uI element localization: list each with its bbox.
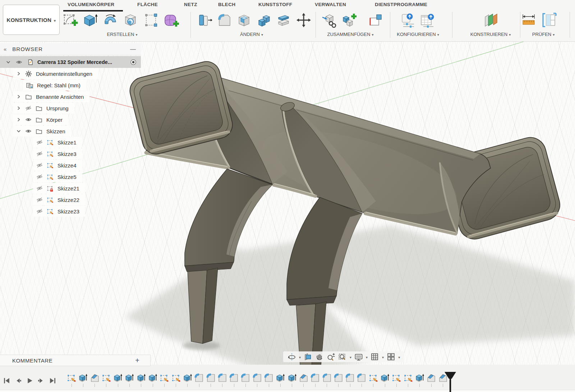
- browser-item-bodies[interactable]: Körper: [13, 114, 68, 125]
- construction-plane-button[interactable]: [482, 12, 499, 28]
- tab-netz[interactable]: NETZ: [184, 2, 197, 7]
- timeline-feature-fillet[interactable]: [206, 373, 216, 387]
- browser-item-skizze21[interactable]: Skizze21: [33, 183, 85, 194]
- viewport-canvas[interactable]: [0, 41, 575, 365]
- play-button[interactable]: [26, 377, 33, 384]
- browser-item-skizze4[interactable]: Skizze4: [33, 160, 82, 171]
- move-copy-button[interactable]: [295, 12, 312, 28]
- timeline-feature-sketch[interactable]: [369, 373, 378, 387]
- grid-settings-button[interactable]: [371, 352, 379, 361]
- fillet-button[interactable]: [216, 12, 233, 28]
- timeline-feature-extrude[interactable]: [125, 373, 134, 387]
- browser-item-document-settings[interactable]: Dokumenteinstellungen: [13, 68, 98, 79]
- chevron-down-icon[interactable]: [366, 354, 368, 360]
- timeline-feature-sketch[interactable]: [392, 373, 401, 387]
- timeline-playhead[interactable]: [443, 371, 457, 392]
- timeline-feature-fillet[interactable]: [218, 373, 227, 387]
- configuration-button[interactable]: [400, 12, 416, 28]
- chevron-right-icon[interactable]: [16, 106, 21, 111]
- tab-blech[interactable]: BLECH: [218, 2, 236, 7]
- browser-item-root-component[interactable]: Carrera 132 Spoiler Mercede...: [0, 56, 141, 68]
- timeline-feature-sketch[interactable]: [102, 373, 111, 387]
- group-konfigurieren[interactable]: KONFIGURIEREN: [397, 32, 439, 37]
- timeline-feature-fillet[interactable]: [264, 373, 273, 387]
- skip-start-button[interactable]: [3, 377, 10, 384]
- group-erstellen[interactable]: ERSTELLEN: [107, 32, 138, 37]
- measure-button[interactable]: [520, 12, 537, 28]
- tab-flaeche[interactable]: FLÄCHE: [137, 2, 158, 7]
- eye-icon[interactable]: [25, 116, 32, 123]
- timeline-feature-fillet[interactable]: [241, 373, 250, 387]
- chevron-down-icon[interactable]: [382, 354, 384, 360]
- chevron-down-icon[interactable]: [299, 354, 301, 360]
- tab-kunststoff[interactable]: KUNSTSTOFF: [258, 2, 293, 7]
- group-pruefen[interactable]: PRÜFEN: [532, 32, 555, 37]
- timeline-feature-fillet[interactable]: [334, 373, 343, 387]
- timeline-feature-extrude[interactable]: [288, 373, 297, 387]
- timeline-feature-sketch[interactable]: [404, 373, 413, 387]
- extrude-button[interactable]: [82, 12, 98, 28]
- timeline-feature-sketch[interactable]: [160, 373, 169, 387]
- timeline-feature-extrude[interactable]: [183, 373, 192, 387]
- joint-button[interactable]: [367, 12, 384, 28]
- configuration-table-button[interactable]: [419, 12, 436, 28]
- browser-item-named-views[interactable]: Benannte Ansichten: [13, 91, 89, 102]
- timeline-feature-fillet[interactable]: [229, 373, 239, 387]
- pan-button[interactable]: [315, 352, 324, 361]
- press-pull-button[interactable]: [196, 12, 213, 28]
- section-analysis-button[interactable]: [540, 12, 557, 28]
- eye-off-icon[interactable]: [36, 162, 43, 169]
- hole-button[interactable]: [122, 12, 139, 28]
- timeline-feature-fillet[interactable]: [253, 373, 262, 387]
- eye-off-icon[interactable]: [36, 185, 43, 192]
- chevron-down-icon[interactable]: [398, 354, 400, 360]
- create-form-button[interactable]: [162, 12, 179, 28]
- browser-item-skizze5[interactable]: Skizze5: [33, 171, 82, 182]
- timeline-feature-fillet[interactable]: [345, 373, 355, 387]
- create-sketch-button[interactable]: [62, 12, 78, 28]
- comments-panel[interactable]: KOMMENTARE +: [0, 355, 151, 366]
- group-aendern[interactable]: ÄNDERN: [240, 32, 263, 37]
- eye-off-icon[interactable]: [25, 105, 32, 111]
- timeline-feature-extrude[interactable]: [276, 373, 285, 387]
- tab-verwalten[interactable]: VERWALTEN: [315, 2, 346, 7]
- browser-item-skizze1[interactable]: Skizze1: [33, 137, 82, 148]
- timeline-feature-fillet[interactable]: [194, 373, 204, 387]
- browser-item-skizze22[interactable]: Skizze22: [33, 194, 85, 205]
- browser-item-sketches-folder[interactable]: Skizzen: [13, 126, 71, 137]
- eye-off-icon[interactable]: [36, 139, 43, 146]
- chevron-right-icon[interactable]: [16, 94, 21, 99]
- rectangular-pattern-button[interactable]: [143, 12, 160, 28]
- step-forward-button[interactable]: [37, 377, 45, 384]
- eye-off-icon[interactable]: [36, 151, 43, 157]
- eye-off-icon[interactable]: [36, 174, 43, 180]
- timeline-feature-fillet[interactable]: [322, 373, 332, 387]
- timeline-feature-fillet[interactable]: [357, 373, 366, 387]
- timeline-feature-extrude[interactable]: [137, 373, 146, 387]
- eye-off-icon[interactable]: [36, 208, 43, 215]
- display-settings-button[interactable]: [354, 352, 363, 361]
- timeline-feature-extrude[interactable]: [113, 373, 123, 387]
- orbit-button[interactable]: [288, 352, 296, 361]
- workspace-selector[interactable]: KONSTRUKTION: [3, 5, 60, 35]
- new-component-button[interactable]: [340, 12, 357, 28]
- browser-item-skizze3[interactable]: Skizze3: [33, 148, 82, 159]
- eye-icon[interactable]: [16, 59, 22, 65]
- activate-component-radio[interactable]: [130, 59, 137, 65]
- browser-item-origin[interactable]: Ursprung: [13, 103, 74, 114]
- chevron-down-icon[interactable]: [6, 60, 11, 65]
- window-zoom-button[interactable]: [338, 352, 347, 361]
- chevron-down-icon[interactable]: [350, 354, 351, 360]
- browser-minimize-icon[interactable]: [130, 46, 136, 52]
- timeline-feature-sketch[interactable]: [171, 373, 181, 387]
- chevron-down-icon[interactable]: [16, 129, 21, 134]
- browser-item-skizze23[interactable]: Skizze23: [33, 206, 85, 217]
- timeline-feature-chamfer[interactable]: [427, 373, 436, 387]
- viewports-button[interactable]: [387, 352, 395, 361]
- timeline-feature-chamfer[interactable]: [299, 373, 308, 387]
- timeline-feature-sketch[interactable]: [67, 373, 76, 387]
- offset-face-button[interactable]: [275, 12, 292, 28]
- step-back-button[interactable]: [14, 377, 22, 384]
- add-comment-button[interactable]: +: [135, 357, 139, 364]
- eye-off-icon[interactable]: [36, 197, 43, 203]
